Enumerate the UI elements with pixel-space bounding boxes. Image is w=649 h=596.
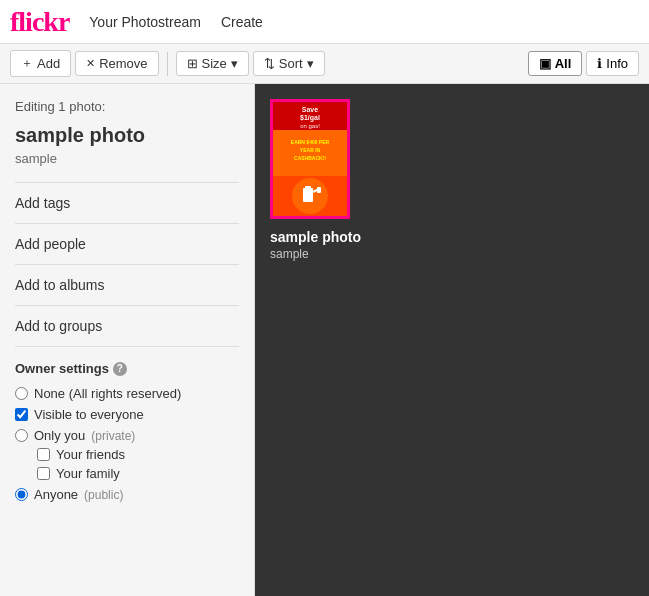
svg-rect-11 xyxy=(303,188,313,202)
svg-rect-5 xyxy=(273,130,347,176)
option-anyone: Anyone (public) xyxy=(15,487,239,502)
radio-only-you[interactable] xyxy=(15,429,28,442)
photo-title-label: sample photo xyxy=(270,229,361,245)
option-visible-label: Visible to everyone xyxy=(34,407,144,422)
option-only-you-label: Only you xyxy=(34,428,85,443)
nav-photostream[interactable]: Your Photostream xyxy=(89,14,201,30)
option-friends-label: Your friends xyxy=(56,447,125,462)
svg-text:Save: Save xyxy=(302,106,318,113)
nav-create[interactable]: Create xyxy=(221,14,263,30)
sidebar: Editing 1 photo: sample photo sample Add… xyxy=(0,84,255,596)
svg-rect-14 xyxy=(317,187,321,193)
option-anyone-label: Anyone xyxy=(34,487,78,502)
checkbox-friends[interactable] xyxy=(37,448,50,461)
option-none-label: None (All rights reserved) xyxy=(34,386,181,401)
photo-thumbnail[interactable]: Save $1/gal on gas! EARN $400 PER YEAR I… xyxy=(270,99,350,219)
photo-svg: Save $1/gal on gas! EARN $400 PER YEAR I… xyxy=(273,102,347,216)
add-icon: ＋ xyxy=(21,55,33,72)
svg-text:$1/gal: $1/gal xyxy=(300,114,320,122)
sub-options: Your friends Your family xyxy=(37,447,239,481)
sort-dropdown-icon: ▾ xyxy=(307,56,314,71)
content-area: Save $1/gal on gas! EARN $400 PER YEAR I… xyxy=(255,84,649,596)
svg-rect-12 xyxy=(305,186,311,190)
remove-icon: ✕ xyxy=(86,57,95,70)
sidebar-add-tags[interactable]: Add tags xyxy=(15,183,239,224)
svg-text:YEAR IN: YEAR IN xyxy=(300,147,321,153)
info-icon: ℹ xyxy=(597,56,602,71)
all-button[interactable]: ▣ All xyxy=(528,51,583,76)
sidebar-add-to-groups[interactable]: Add to groups xyxy=(15,306,239,347)
svg-text:CASHBACK!!: CASHBACK!! xyxy=(294,155,326,161)
logo[interactable]: flickr xyxy=(10,6,69,38)
size-label: Size xyxy=(202,56,227,71)
remove-button[interactable]: ✕ Remove xyxy=(75,51,158,76)
radio-none[interactable] xyxy=(15,387,28,400)
remove-label: Remove xyxy=(99,56,147,71)
add-button[interactable]: ＋ Add xyxy=(10,50,71,77)
help-icon[interactable]: ? xyxy=(113,362,127,376)
add-label: Add xyxy=(37,56,60,71)
sidebar-add-people[interactable]: Add people xyxy=(15,224,239,265)
main-layout: Editing 1 photo: sample photo sample Add… xyxy=(0,84,649,596)
toolbar-separator-1 xyxy=(167,52,168,76)
checkbox-family[interactable] xyxy=(37,467,50,480)
option-visible: Visible to everyone xyxy=(15,407,239,422)
owner-settings: Owner settings ? None (All rights reserv… xyxy=(15,361,239,502)
option-only-you-sub: (private) xyxy=(91,429,135,443)
svg-text:on gas!: on gas! xyxy=(300,123,320,129)
photo-container: Save $1/gal on gas! EARN $400 PER YEAR I… xyxy=(270,99,634,261)
info-button[interactable]: ℹ Info xyxy=(586,51,639,76)
size-button[interactable]: ⊞ Size ▾ xyxy=(176,51,249,76)
info-label: Info xyxy=(606,56,628,71)
sort-button[interactable]: ⇅ Sort ▾ xyxy=(253,51,325,76)
sort-icon: ⇅ xyxy=(264,56,275,71)
all-label: All xyxy=(555,56,572,71)
size-dropdown-icon: ▾ xyxy=(231,56,238,71)
sort-label: Sort xyxy=(279,56,303,71)
option-family-label: Your family xyxy=(56,466,120,481)
sidebar-photo-subtitle: sample xyxy=(15,151,239,166)
svg-text:EARN $400 PER: EARN $400 PER xyxy=(291,139,330,145)
editing-title: Editing 1 photo: xyxy=(15,99,239,114)
checkbox-visible[interactable] xyxy=(15,408,28,421)
toolbar-right: ▣ All ℹ Info xyxy=(528,51,639,76)
all-icon: ▣ xyxy=(539,56,551,71)
sidebar-photo-title: sample photo xyxy=(15,124,239,147)
option-none: None (All rights reserved) xyxy=(15,386,239,401)
option-anyone-sub: (public) xyxy=(84,488,123,502)
sidebar-add-to-albums[interactable]: Add to albums xyxy=(15,265,239,306)
option-only-you: Only you (private) Your friends Your fam… xyxy=(15,428,239,481)
size-icon: ⊞ xyxy=(187,56,198,71)
logo-text: flickr xyxy=(10,6,69,38)
radio-anyone[interactable] xyxy=(15,488,28,501)
toolbar: ＋ Add ✕ Remove ⊞ Size ▾ ⇅ Sort ▾ ▣ All ℹ… xyxy=(0,44,649,84)
owner-settings-title: Owner settings ? xyxy=(15,361,239,376)
photo-desc-label: sample xyxy=(270,247,309,261)
header: flickr Your Photostream Create xyxy=(0,0,649,44)
